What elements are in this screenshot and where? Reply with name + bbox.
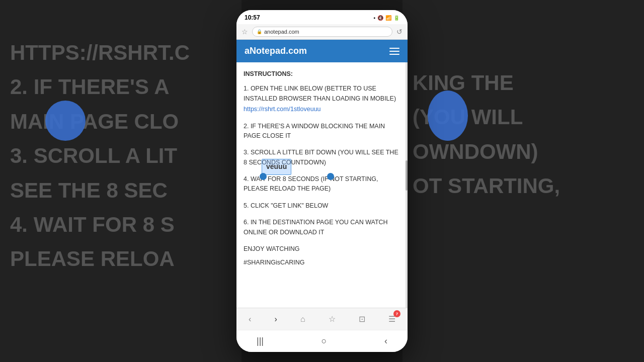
lock-icon: 🔒 <box>257 29 262 34</box>
browser-nav-bar: ‹ › ⌂ ☆ ⊡ ☰ 7 <box>236 308 408 330</box>
content-area[interactable]: INSTRUCTIONS: 1. OPEN THE LINK BELOW (BE… <box>236 62 408 308</box>
app-title: aNotepad.com <box>245 46 307 56</box>
bg-right-panel: KING THE (YOU WILL OWNDOWN) OT STARTING, <box>403 0 644 362</box>
blue-circle-right <box>428 90 468 141</box>
bg-left-line-5: SEE THE 8 SEC <box>10 178 231 203</box>
bookmark-icon[interactable]: ☆ <box>242 28 248 36</box>
status-bar: 10:57 ▪ 🔇 📶 🔋 <box>236 10 408 24</box>
bg-left-line-4: 3. SCROLL A LIT <box>10 143 231 168</box>
browser-chrome: ☆ 🔒 anotepad.com ↺ <box>236 24 408 40</box>
list-item-6: 6. IN THE DESTINATION PAGE YOU CAN WATCH… <box>244 218 400 237</box>
bg-left-line-2: 2. IF THERE'S A <box>10 74 231 100</box>
bg-left-panel: https://rshrt.c 2. IF THERE'S A MAIN PAG… <box>0 0 242 362</box>
wifi-icon: 📶 <box>385 15 391 21</box>
item-2-text: 2. IF THERE'S A WINDOW BLOCKING THE MAIN… <box>244 123 385 139</box>
menu-badge-container: ☰ 7 <box>384 312 399 326</box>
app-header: aNotepad.com <box>236 40 408 62</box>
status-time: 10:57 <box>245 14 260 21</box>
address-bar[interactable]: 🔒 anotepad.com <box>252 27 392 37</box>
bookmarks-button[interactable]: ☆ <box>325 312 340 326</box>
hamburger-line-1 <box>389 48 399 49</box>
selection-handle-right <box>327 173 334 180</box>
selection-handle-left <box>260 173 267 180</box>
system-menu-button[interactable]: ||| <box>257 336 264 346</box>
url-text: anotepad.com <box>264 29 299 35</box>
item-6-text: 6. IN THE DESTINATION PAGE YOU CAN WATCH… <box>244 219 388 235</box>
scrollbar-track[interactable] <box>406 62 408 308</box>
tabs-button[interactable]: ⊡ <box>355 312 369 326</box>
phone-frame: 10:57 ▪ 🔇 📶 🔋 ☆ 🔒 anotepad.com ↺ aNotepa… <box>236 10 408 352</box>
list-item-2: 2. IF THERE'S A WINDOW BLOCKING THE MAIN… <box>244 122 400 141</box>
menu-badge: 7 <box>393 310 400 317</box>
bg-left-line-6: 4. WAIT FOR 8 S <box>10 212 231 237</box>
item-1-link[interactable]: https://rshrt.com/1stloveuuu <box>244 105 400 114</box>
list-item-5: 5. CLICK "GET LINK" BELOW <box>244 201 400 211</box>
mute-icon: 🔇 <box>377 15 383 21</box>
system-nav-bar: ||| ○ ‹ <box>236 330 408 352</box>
list-item-4: 4. WAIT FOR 8 SECONDS (IF NOT STARTING, … <box>244 174 400 194</box>
hamburger-line-3 <box>389 54 399 55</box>
status-icons: ▪ 🔇 📶 🔋 <box>373 15 399 21</box>
blue-circle-left <box>45 101 86 141</box>
bg-right-line-3: OWNDOWN) <box>413 139 634 164</box>
home-button[interactable]: ⌂ <box>296 313 309 326</box>
recording-icon: ▪ <box>373 15 375 21</box>
reload-icon[interactable]: ↺ <box>396 28 403 36</box>
item-5-text: 5. CLICK "GET LINK" BELOW <box>244 202 328 209</box>
system-home-button[interactable]: ○ <box>321 336 327 346</box>
list-item-1: 1. OPEN THE LINK BELOW (BETTER TO USE IN… <box>244 84 400 114</box>
scrollbar-thumb[interactable] <box>406 160 408 191</box>
hashtag-text: #SHARINGisCARING <box>244 258 400 267</box>
battery-icon: 🔋 <box>393 15 399 21</box>
enjoy-text: ENJOY WATCHING <box>244 244 400 254</box>
forward-button[interactable]: › <box>270 313 281 326</box>
item-1-text: 1. OPEN THE LINK BELOW (BETTER TO USE IN… <box>244 85 396 102</box>
hamburger-line-2 <box>389 51 399 52</box>
bg-left-line-7: PLEASE RELOA <box>10 246 231 272</box>
text-selection-overlay: veuuu <box>262 159 291 175</box>
hamburger-menu-button[interactable] <box>389 48 399 55</box>
bg-right-line-4: OT STARTING, <box>413 173 634 199</box>
bg-left-line-1: https://rshrt.c <box>10 40 231 65</box>
bg-left-line-3: MAIN PAGE CLO <box>10 109 231 134</box>
system-back-button[interactable]: ‹ <box>384 336 387 346</box>
back-button[interactable]: ‹ <box>245 313 255 326</box>
instructions-label: INSTRUCTIONS: <box>244 69 400 79</box>
